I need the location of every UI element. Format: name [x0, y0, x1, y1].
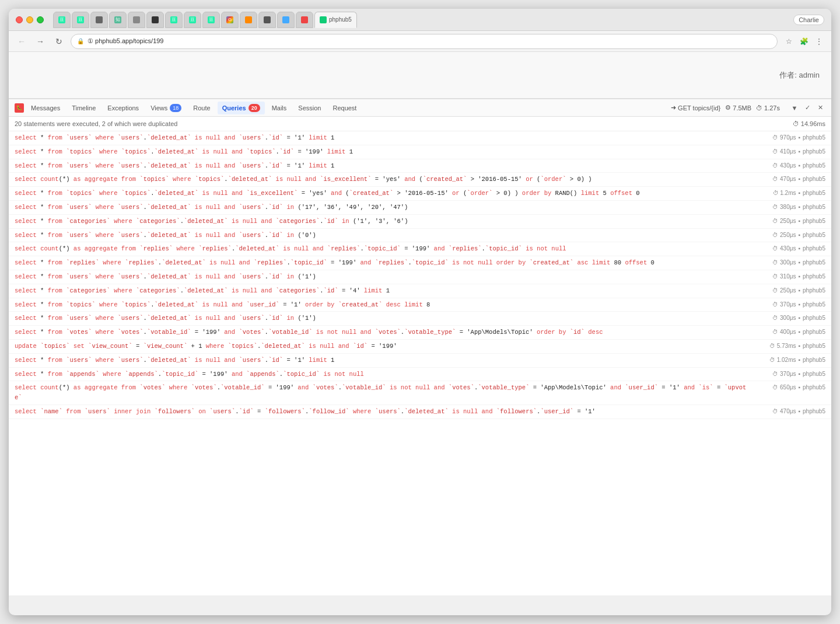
tab-6[interactable] [146, 12, 164, 28]
query-row[interactable]: select count(*) as aggregate from `topic… [9, 173, 831, 187]
query-db: phphub5 [803, 272, 825, 281]
query-sql: select count(*) as aggregate from `votes… [15, 383, 750, 403]
query-db-icon: ▪ [799, 407, 801, 416]
tab-5[interactable] [128, 12, 145, 28]
tab-2[interactable]: 豆 [72, 12, 89, 28]
query-row[interactable]: select * from `users` where `users`.`del… [9, 159, 831, 173]
debugbar-close[interactable]: ✕ [815, 103, 825, 113]
query-db-icon: ▪ [799, 217, 801, 225]
query-db-icon: ▪ [799, 203, 801, 211]
close-button[interactable] [16, 16, 23, 23]
query-row[interactable]: select `name` from `users` inner join `f… [9, 405, 831, 419]
tab-7[interactable]: 豆 [165, 12, 183, 28]
query-time: ⏱ 410μs [772, 147, 796, 156]
memory-icon: ⚙ [725, 104, 731, 111]
query-time: ⏱ 250μs [772, 231, 796, 239]
query-row[interactable]: select * from `users` where `users`.`del… [9, 270, 831, 284]
query-row[interactable]: select * from `topics` where `topics`.`d… [9, 298, 831, 312]
tab-route[interactable]: Route [188, 102, 215, 114]
query-row[interactable]: select * from `replies` where `replies`.… [9, 256, 831, 270]
query-db: phphub5 [803, 203, 825, 211]
query-sql: select count(*) as aggregate from `repli… [15, 244, 750, 254]
tab-messages[interactable]: Messages [26, 102, 65, 114]
extensions-icon[interactable]: 🧩 [797, 35, 810, 48]
maximize-button[interactable] [37, 16, 44, 23]
tab-11[interactable] [240, 12, 257, 28]
lock-icon: 🔒 [77, 38, 84, 44]
tab-13[interactable] [277, 12, 295, 28]
query-db-icon: ▪ [799, 383, 801, 392]
query-db: phphub5 [803, 258, 825, 267]
query-time: ⏱ 650μs [772, 383, 796, 392]
tab-request-label: Request [332, 104, 356, 111]
tab-queries[interactable]: Queries 20 [218, 102, 265, 114]
tab-mails[interactable]: Mails [267, 102, 292, 114]
query-db: phphub5 [803, 407, 825, 416]
tab-12[interactable] [258, 12, 276, 28]
tab-4[interactable]: 知 [109, 12, 127, 28]
query-db-icon: ▪ [799, 133, 801, 142]
query-row[interactable]: select * from `topics` where `topics`.`d… [9, 187, 831, 201]
tab-active[interactable]: phphub5 [314, 12, 357, 28]
back-button[interactable]: ← [15, 34, 29, 48]
tab-3[interactable] [90, 12, 108, 28]
tab-9[interactable]: 豆 [202, 12, 220, 28]
route-arrow: ➜ [671, 104, 676, 111]
query-db-icon: ▪ [799, 231, 801, 239]
query-row[interactable]: select * from `users` where `users`.`del… [9, 201, 831, 215]
debugbar-right: ➜ GET topics/{id} ⚙ 7.5MB ⏱ 1.27s ▼ ✓ ✕ [671, 103, 825, 113]
tab-8[interactable]: 豆 [184, 12, 201, 28]
query-row[interactable]: select * from `votes` where `votes`.`vot… [9, 326, 831, 340]
address-bar[interactable]: 🔒 ① phphub5.app/topics/199 [71, 34, 778, 49]
query-meta: ⏱ 310μs ▪ phphub5 [755, 272, 825, 281]
query-row[interactable]: select * from `topics` where `topics`.`d… [9, 145, 831, 159]
query-sql: select * from `users` where `users`.`del… [15, 313, 750, 323]
query-row[interactable]: select * from `users` where `users`.`del… [9, 354, 831, 368]
query-time: ⏱ 1.02ms [769, 355, 796, 364]
tab-request[interactable]: Request [328, 102, 361, 114]
query-sql: select * from `categories` where `catego… [15, 286, 750, 296]
debugbar-check[interactable]: ✓ [802, 103, 813, 113]
query-meta: ⏱ 410μs ▪ phphub5 [755, 147, 825, 156]
tab-1[interactable]: 豆 [53, 12, 71, 28]
query-sql: select * from `users` where `users`.`del… [15, 161, 750, 171]
query-meta: ⏱ 430μs ▪ phphub5 [755, 161, 825, 170]
minimize-button[interactable] [26, 16, 33, 23]
query-row[interactable]: select * from `users` where `users`.`del… [9, 229, 831, 243]
query-meta: ⏱ 370μs ▪ phphub5 [755, 369, 825, 378]
bookmark-icon[interactable]: ☆ [782, 35, 795, 48]
query-sql: select * from `replies` where `replies`.… [15, 258, 750, 268]
query-db: phphub5 [803, 189, 825, 197]
tab-bar: 豆 豆 知 豆 豆 豆 G phphub5 [53, 12, 789, 28]
forward-button[interactable]: → [33, 34, 47, 48]
query-meta: ⏱ 300μs ▪ phphub5 [755, 313, 825, 322]
query-sql: select * from `users` where `users`.`del… [15, 355, 750, 365]
query-row[interactable]: select * from `appends` where `appends`.… [9, 368, 831, 382]
tab-views[interactable]: Views 18 [146, 102, 186, 114]
query-sql: select * from `appends` where `appends`.… [15, 369, 750, 379]
debugbar-minimize[interactable]: ▼ [789, 103, 800, 113]
query-row[interactable]: update `topics` set `view_count` = `view… [9, 340, 831, 354]
tab-10[interactable]: G [221, 12, 239, 28]
query-row[interactable]: select * from `users` where `users`.`del… [9, 131, 831, 145]
query-time: ⏱ 380μs [772, 203, 796, 211]
refresh-button[interactable]: ↻ [52, 34, 66, 48]
query-db-icon: ▪ [799, 189, 801, 197]
menu-icon[interactable]: ⋮ [813, 35, 825, 48]
query-row[interactable]: select * from `categories` where `catego… [9, 284, 831, 298]
tab-timeline[interactable]: Timeline [67, 102, 100, 114]
tab-exceptions-label: Exceptions [107, 104, 139, 111]
query-row[interactable]: select count(*) as aggregate from `votes… [9, 381, 831, 405]
tab-exceptions[interactable]: Exceptions [103, 102, 144, 114]
query-time: ⏱ 300μs [772, 258, 796, 267]
tab-14[interactable] [296, 12, 313, 28]
tab-session[interactable]: Session [293, 102, 326, 114]
user-area: Charlie [793, 15, 824, 25]
query-sql: select count(*) as aggregate from `topic… [15, 175, 750, 184]
query-row[interactable]: select count(*) as aggregate from `repli… [9, 242, 831, 256]
query-row[interactable]: select * from `categories` where `catego… [9, 215, 831, 229]
query-time: ⏱ 430μs [772, 244, 796, 253]
query-row[interactable]: select * from `users` where `users`.`del… [9, 312, 831, 326]
query-db: phphub5 [803, 133, 825, 142]
time-value: 1.27s [764, 104, 780, 111]
